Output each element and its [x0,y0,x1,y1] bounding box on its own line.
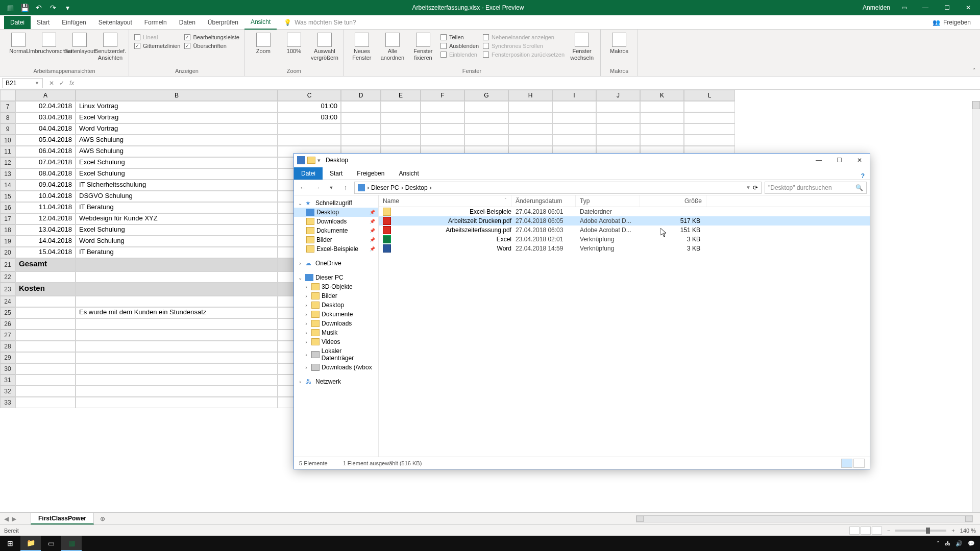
zoom-out-icon[interactable]: − [887,528,890,534]
row-header[interactable]: 28 [0,341,15,352]
explorer-title-bar[interactable]: ▾ Desktop — ☐ ✕ [294,154,870,167]
column-header-D[interactable]: D [341,90,381,101]
cell[interactable] [76,397,278,408]
recent-dropdown-icon[interactable]: ▼ [326,182,337,193]
tab-start[interactable]: Start [31,16,56,29]
cell[interactable] [552,101,596,112]
cell[interactable] [596,112,640,123]
tree-onedrive[interactable]: ›☁OneDrive [294,259,378,268]
cell[interactable]: 06.04.2018 [15,146,76,157]
tray-volume-icon[interactable]: 🔊 [955,540,963,547]
cell[interactable] [15,318,76,330]
cell[interactable]: 01:00 [278,101,341,112]
cell[interactable] [76,341,278,352]
cell[interactable] [684,123,735,135]
row-header[interactable]: 15 [0,191,15,202]
enter-formula-icon[interactable]: ✓ [59,80,64,87]
cell[interactable] [76,258,278,271]
cell[interactable] [15,341,76,352]
row-header[interactable]: 20 [0,247,15,258]
cell[interactable] [640,135,684,146]
vertical-scrollbar[interactable] [972,101,980,512]
row-header[interactable]: 24 [0,296,15,307]
cell[interactable] [15,352,76,363]
row-header[interactable]: 13 [0,168,15,180]
tree-music[interactable]: ›Musik [294,328,378,337]
row-header[interactable]: 29 [0,352,15,363]
tab-formeln[interactable]: Formeln [138,16,173,29]
tree-documents[interactable]: Dokumente📌 [294,226,378,235]
cell[interactable]: Word Schulung [76,236,278,247]
taskbar-explorer-icon[interactable]: 📁 [20,536,41,551]
explorer-tab-ansicht[interactable]: Ansicht [391,167,426,180]
scroll-left-icon[interactable] [636,516,644,522]
pagelayout-view-button[interactable]: Seitenlayout [65,32,94,55]
explorer-minimize-icon[interactable]: — [808,154,829,167]
up-icon[interactable]: ↑ [340,182,351,193]
tree-pc-downloads[interactable]: ›Downloads [294,319,378,328]
row-header[interactable]: 14 [0,180,15,191]
column-header-H[interactable]: H [508,90,552,101]
cell[interactable]: AWS Schulung [76,135,278,146]
row-header[interactable]: 18 [0,224,15,236]
formula-input[interactable] [78,82,980,84]
row-header[interactable]: 8 [0,112,15,123]
cell[interactable]: 04.04.2018 [15,123,76,135]
tree-downloads[interactable]: Downloads📌 [294,217,378,226]
zoom-100-button[interactable]: 100% [280,32,308,55]
tab-ansicht[interactable]: Ansicht [244,15,277,30]
cell[interactable]: Word Vortrag [76,123,278,135]
cell[interactable] [421,101,464,112]
row-header[interactable]: 16 [0,202,15,213]
cell[interactable] [381,101,421,112]
cell[interactable] [76,363,278,374]
tree-3d-objects[interactable]: ›3D-Objekte [294,282,378,291]
cell[interactable] [508,101,552,112]
cell[interactable] [381,135,421,146]
sheet-nav-next-icon[interactable]: ▶ [12,515,16,522]
taskbar-app-icon[interactable]: ▭ [41,536,61,551]
formulabar-checkbox[interactable]: ✓Bearbeitungsleiste [183,34,240,41]
file-row[interactable]: Arbeitszeit Drucken.pdf27.04.2018 06:05A… [379,216,870,226]
hide-button[interactable]: Ausblenden [439,42,480,49]
tab-einfuegen[interactable]: Einfügen [56,16,92,29]
normal-view-icon[interactable] [849,527,860,535]
row-header[interactable]: 10 [0,135,15,146]
qat-customize-icon[interactable]: ▾ [61,2,74,14]
cell[interactable] [552,112,596,123]
cell[interactable] [278,135,341,146]
column-header-L[interactable]: L [684,90,735,101]
zoom-selection-button[interactable]: Auswahl vergrößern [310,32,339,61]
undo-icon[interactable]: ↶ [33,2,45,14]
cell[interactable] [552,123,596,135]
cell[interactable]: 11.04.2018 [15,202,76,213]
cell[interactable]: AWS Schulung [76,146,278,157]
icons-view-icon[interactable] [853,459,865,468]
address-dropdown-icon[interactable]: ▼ [746,185,751,190]
cancel-formula-icon[interactable]: ✕ [49,80,54,87]
cell[interactable] [76,271,278,283]
cell[interactable] [76,386,278,397]
tellme-search[interactable]: 💡 Was möchten Sie tun? [284,19,356,26]
cell[interactable] [76,374,278,386]
column-header-F[interactable]: F [421,90,464,101]
cell[interactable] [464,101,508,112]
cell[interactable]: Gesamt [15,258,76,271]
cell[interactable] [341,112,381,123]
cell[interactable] [508,135,552,146]
macros-button[interactable]: Makros [605,32,633,55]
cell[interactable]: IT Beratung [76,202,278,213]
scroll-up-icon[interactable] [972,101,980,109]
sheet-tab[interactable]: FirstClassPower [31,513,94,524]
cell[interactable] [76,296,278,307]
qat-dropdown-icon[interactable]: ▾ [317,157,321,164]
arrange-all-button[interactable]: Alle anordnen [378,32,407,61]
tree-local-disk[interactable]: ›Lokaler Datenträger [294,346,378,363]
cell[interactable] [684,101,735,112]
explorer-tab-datei[interactable]: Datei [294,167,323,180]
cell[interactable] [684,135,735,146]
header-size[interactable]: Größe [640,195,706,207]
cell[interactable] [76,283,278,296]
cell[interactable] [15,397,76,408]
cell[interactable]: Webdesign für Kunde XYZ [76,213,278,224]
